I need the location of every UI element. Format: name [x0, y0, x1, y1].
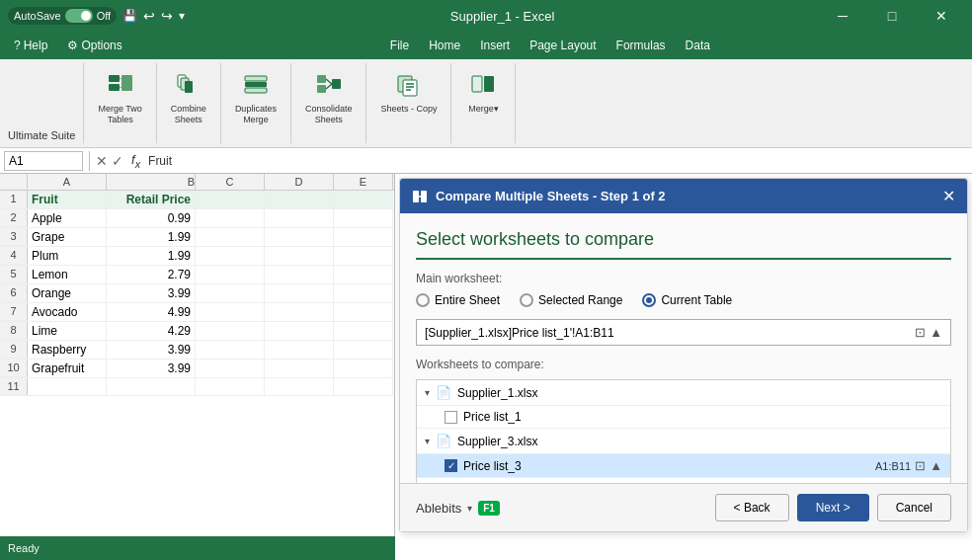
table-row[interactable]: 7Avocado4.99	[0, 303, 394, 322]
grid-cell[interactable]: Orange	[28, 284, 107, 302]
duplicates-merge-btn[interactable]: DuplicatesMerge	[229, 65, 283, 129]
grid-cell[interactable]: 1.99	[107, 228, 196, 246]
grid-cell[interactable]	[334, 191, 393, 208]
name-box[interactable]: A1	[4, 151, 83, 171]
table-row[interactable]: 2Apple0.99	[0, 209, 394, 228]
grid-cell[interactable]	[265, 247, 334, 265]
table-row[interactable]: 11	[0, 378, 394, 396]
save-icon[interactable]: 💾	[122, 9, 137, 23]
grid-cell[interactable]	[265, 303, 334, 321]
grid-cell[interactable]	[196, 266, 265, 283]
menu-formulas[interactable]: Formulas	[607, 35, 676, 56]
autosave-pill[interactable]	[65, 9, 93, 23]
grid-cell[interactable]	[265, 341, 334, 359]
grid-cell[interactable]	[265, 322, 334, 340]
menu-page-layout[interactable]: Page Layout	[520, 35, 606, 56]
pricelist3-expand[interactable]: ⊡	[915, 458, 926, 473]
table-row[interactable]: 8Lime4.29	[0, 322, 394, 341]
combine-sheets-btn[interactable]: CombineSheets	[165, 65, 212, 129]
consolidate-sheets-btn[interactable]: ConsolidateSheets	[299, 65, 359, 129]
menu-data[interactable]: Data	[676, 35, 720, 56]
table-row[interactable]: 9Raspberry3.99	[0, 341, 394, 360]
grid-cell[interactable]	[107, 378, 196, 395]
grid-cell[interactable]	[265, 284, 334, 302]
f1-badge[interactable]: F1	[478, 501, 500, 516]
grid-cell[interactable]: 2.79	[107, 266, 196, 283]
grid-cell[interactable]: Fruit	[28, 191, 107, 208]
checkbox-pricelist1[interactable]	[445, 411, 457, 424]
checkbox-pricelist3[interactable]: ✓	[445, 459, 457, 472]
help-btn[interactable]: ?Help	[4, 35, 57, 56]
col-header-b[interactable]: B	[107, 174, 196, 190]
table-row[interactable]: 1FruitRetail Price	[0, 191, 394, 209]
col-header-e[interactable]: E	[334, 174, 393, 190]
grid-cell[interactable]: Lemon	[28, 266, 107, 283]
dialog-close-btn[interactable]: ✕	[942, 187, 955, 205]
formula-confirm-icon[interactable]: ✓	[112, 153, 123, 169]
col-header-c[interactable]: C	[196, 174, 265, 190]
brand-chevron[interactable]: ▾	[467, 503, 472, 514]
grid-cell[interactable]: 4.99	[107, 303, 196, 321]
grid-cell[interactable]	[196, 209, 265, 227]
grid-cell[interactable]	[265, 266, 334, 283]
cancel-btn[interactable]: Cancel	[877, 494, 951, 521]
grid-cell[interactable]: Grape	[28, 228, 107, 246]
range-expand-icon[interactable]: ⊡	[915, 325, 926, 340]
grid-cell[interactable]	[265, 209, 334, 227]
sheets-copy-btn[interactable]: Sheets ‑ Copy	[374, 65, 443, 119]
back-btn[interactable]: < Back	[715, 494, 789, 521]
grid-cell[interactable]	[265, 228, 334, 246]
menu-file[interactable]: File	[380, 35, 419, 56]
grid-cell[interactable]	[196, 191, 265, 208]
grid-cell[interactable]	[334, 228, 393, 246]
table-row[interactable]: 6Orange3.99	[0, 284, 394, 303]
menu-insert[interactable]: Insert	[470, 35, 520, 56]
grid-cell[interactable]	[28, 378, 107, 395]
grid-cell[interactable]: 3.99	[107, 360, 196, 377]
grid-cell[interactable]: Retail Price	[107, 191, 196, 208]
menu-home[interactable]: Home	[419, 35, 470, 56]
grid-cell[interactable]: 3.99	[107, 284, 196, 302]
grid-cell[interactable]: Avocado	[28, 303, 107, 321]
radio-entire-sheet[interactable]: Entire Sheet	[416, 293, 500, 307]
restore-btn[interactable]: □	[869, 0, 915, 32]
table-row[interactable]: 5Lemon2.79	[0, 266, 394, 284]
grid-cell[interactable]	[196, 303, 265, 321]
close-btn[interactable]: ✕	[919, 0, 964, 32]
grid-cell[interactable]: 4.29	[107, 322, 196, 340]
col-header-d[interactable]: D	[265, 174, 334, 190]
sheet-row-pricelist3[interactable]: ✓ Price list_3 A1:B11 ⊡ ▲	[417, 454, 950, 478]
grid-cell[interactable]	[334, 378, 393, 395]
grid-cell[interactable]: Raspberry	[28, 341, 107, 359]
grid-cell[interactable]	[334, 247, 393, 265]
grid-cell[interactable]	[196, 378, 265, 395]
grid-cell[interactable]: 1.99	[107, 247, 196, 265]
grid-cell[interactable]	[334, 322, 393, 340]
grid-cell[interactable]	[265, 378, 334, 395]
col-header-a[interactable]: A	[28, 174, 107, 190]
grid-cell[interactable]	[265, 191, 334, 208]
grid-cell[interactable]	[196, 284, 265, 302]
table-row[interactable]: 10Grapefruit3.99	[0, 360, 394, 378]
grid-cell[interactable]	[196, 341, 265, 359]
radio-current-table[interactable]: Current Table	[642, 293, 732, 307]
formula-cancel-icon[interactable]: ✕	[96, 153, 108, 169]
redo-btn[interactable]: ↪	[161, 8, 173, 24]
grid-cell[interactable]: Grapefruit	[28, 360, 107, 377]
grid-cell[interactable]	[196, 228, 265, 246]
grid-cell[interactable]	[196, 360, 265, 377]
sheet-row-pricelist1[interactable]: Price list_1	[417, 406, 950, 429]
merge-two-tables-btn[interactable]: Merge TwoTables	[92, 65, 147, 129]
grid-cell[interactable]	[334, 303, 393, 321]
grid-cell[interactable]	[334, 266, 393, 283]
file-row-supplier1[interactable]: ▾ 📄 Supplier_1.xlsx	[417, 380, 950, 406]
table-row[interactable]: 3Grape1.99	[0, 228, 394, 247]
grid-cell[interactable]: 0.99	[107, 209, 196, 227]
next-btn[interactable]: Next >	[797, 494, 869, 521]
minimize-btn[interactable]: ─	[820, 0, 865, 32]
grid-cell[interactable]	[196, 322, 265, 340]
grid-cell[interactable]	[334, 360, 393, 377]
undo-btn[interactable]: ↩	[143, 8, 155, 24]
table-row[interactable]: 4Plum1.99	[0, 247, 394, 266]
radio-selected-range[interactable]: Selected Range	[520, 293, 622, 307]
